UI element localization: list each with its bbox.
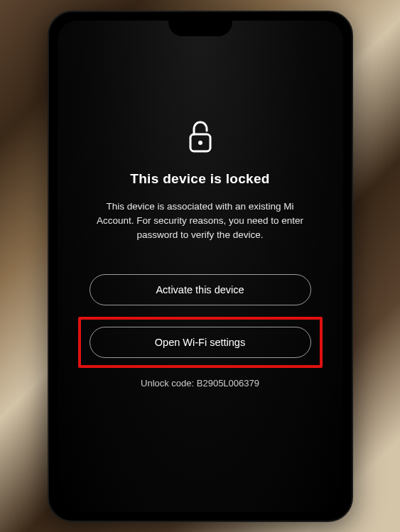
phone-body: This device is locked This device is ass… — [48, 11, 353, 522]
lock-message: This device is associated with an existi… — [82, 200, 318, 243]
phone-screen: This device is locked This device is ass… — [58, 21, 343, 512]
display-notch — [168, 21, 232, 36]
annotation-highlight: Open Wi-Fi settings — [78, 317, 323, 368]
lock-title: This device is locked — [130, 171, 269, 187]
activate-button-label: Activate this device — [156, 284, 244, 295]
svg-point-1 — [198, 141, 202, 145]
open-wifi-settings-button[interactable]: Open Wi-Fi settings — [90, 327, 311, 358]
wifi-button-label: Open Wi-Fi settings — [155, 337, 245, 348]
lock-icon — [185, 120, 215, 157]
lock-screen-content: This device is locked This device is ass… — [58, 21, 343, 512]
activate-device-button[interactable]: Activate this device — [90, 274, 311, 305]
unlock-code-text: Unlock code: B2905L006379 — [141, 378, 259, 389]
